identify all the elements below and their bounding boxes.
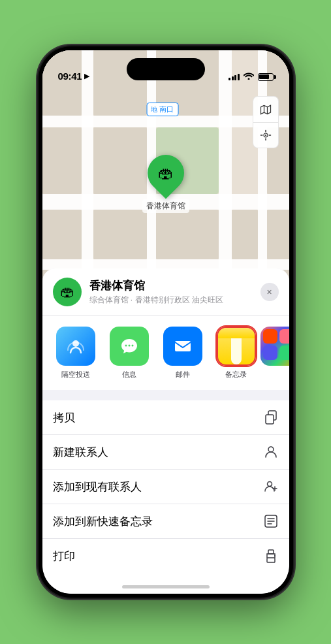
section-divider bbox=[42, 390, 289, 395]
svg-point-35 bbox=[267, 482, 272, 487]
status-time: 09:41 bbox=[58, 71, 82, 82]
action-new-contact-label: 新建联系人 bbox=[53, 445, 108, 460]
close-button[interactable]: × bbox=[260, 283, 279, 301]
add-existing-contact-icon bbox=[263, 479, 279, 494]
venue-card: 🏟 香港体育馆 综合体育馆 · 香港特别行政区 油尖旺区 × bbox=[42, 268, 289, 316]
svg-point-28 bbox=[125, 345, 127, 347]
action-new-contact[interactable]: 新建联系人 bbox=[42, 435, 289, 470]
action-copy[interactable]: 拷贝 bbox=[42, 400, 289, 435]
action-print-label: 打印 bbox=[53, 549, 75, 564]
messages-icon-wrap bbox=[110, 327, 149, 366]
svg-point-26 bbox=[264, 135, 266, 136]
svg-rect-38 bbox=[268, 550, 274, 554]
notes-label: 备忘录 bbox=[225, 370, 247, 379]
location-arrow-icon: ▶ bbox=[84, 72, 89, 80]
messages-label: 信息 bbox=[122, 370, 136, 379]
bottom-sheet: 🏟 香港体育馆 综合体育馆 · 香港特别行政区 油尖旺区 × bbox=[42, 268, 289, 594]
venue-name: 香港体育馆 bbox=[89, 278, 253, 293]
map-type-button[interactable] bbox=[253, 96, 279, 122]
svg-point-30 bbox=[131, 345, 133, 347]
action-print[interactable]: 打印 bbox=[42, 539, 289, 573]
stadium-marker: 🏟 香港体育馆 bbox=[142, 155, 189, 213]
share-item-messages[interactable]: 信息 bbox=[106, 327, 152, 379]
venue-description: 综合体育馆 · 香港特别行政区 油尖旺区 bbox=[89, 295, 253, 306]
share-item-airdrop[interactable]: 隔空投送 bbox=[53, 327, 99, 379]
marker-pin: 🏟 bbox=[140, 147, 191, 199]
copy-icon bbox=[263, 410, 279, 425]
dynamic-island bbox=[127, 58, 205, 80]
svg-rect-13 bbox=[42, 127, 82, 194]
phone-frame: 09:41 ▶ bbox=[39, 46, 293, 598]
map-controls bbox=[253, 96, 279, 148]
share-actions: 隔空投送 信息 bbox=[42, 316, 289, 390]
home-indicator bbox=[122, 585, 210, 588]
action-list: 拷贝 新建联系人 添加到现有联系人 bbox=[42, 400, 289, 573]
venue-info: 香港体育馆 综合体育馆 · 香港特别行政区 油尖旺区 bbox=[89, 278, 253, 306]
airdrop-label: 隔空投送 bbox=[61, 370, 90, 379]
status-icons bbox=[229, 72, 274, 82]
action-copy-label: 拷贝 bbox=[53, 410, 75, 425]
more-icon-wrap bbox=[260, 327, 289, 366]
svg-rect-21 bbox=[267, 210, 289, 259]
battery-icon bbox=[258, 73, 274, 81]
mail-label: 邮件 bbox=[176, 370, 190, 379]
home-indicator-area bbox=[42, 573, 289, 594]
notes-icon-wrap bbox=[217, 327, 256, 366]
share-item-mail[interactable]: 邮件 bbox=[160, 327, 206, 379]
print-icon bbox=[263, 548, 279, 564]
location-button[interactable] bbox=[253, 122, 279, 148]
svg-point-39 bbox=[274, 555, 276, 556]
svg-rect-18 bbox=[93, 210, 147, 259]
map-label: 地 南口 bbox=[146, 103, 178, 116]
svg-point-34 bbox=[268, 447, 274, 452]
new-contact-icon bbox=[263, 444, 279, 460]
signal-bars-icon bbox=[229, 74, 240, 80]
svg-rect-33 bbox=[266, 415, 274, 424]
marker-label: 香港体育馆 bbox=[142, 199, 189, 213]
wifi-icon bbox=[244, 72, 254, 82]
action-add-existing[interactable]: 添加到现有联系人 bbox=[42, 470, 289, 504]
svg-rect-31 bbox=[175, 341, 191, 351]
svg-rect-20 bbox=[232, 210, 258, 259]
phone-screen: 09:41 ▶ bbox=[42, 50, 289, 594]
share-item-notes[interactable]: 备忘录 bbox=[213, 327, 259, 379]
share-item-more[interactable] bbox=[267, 327, 289, 379]
svg-rect-37 bbox=[267, 558, 275, 562]
svg-point-29 bbox=[128, 345, 130, 347]
action-add-notes[interactable]: 添加到新快速备忘录 bbox=[42, 504, 289, 539]
quick-note-icon bbox=[263, 513, 279, 529]
stadium-icon: 🏟 bbox=[158, 164, 174, 182]
mail-icon-wrap bbox=[163, 327, 202, 366]
svg-point-27 bbox=[72, 340, 79, 347]
action-add-existing-label: 添加到现有联系人 bbox=[53, 479, 142, 494]
svg-rect-19 bbox=[156, 210, 219, 259]
airdrop-icon-wrap bbox=[56, 327, 95, 366]
svg-rect-17 bbox=[42, 210, 82, 259]
svg-rect-14 bbox=[93, 127, 147, 194]
action-add-notes-label: 添加到新快速备忘录 bbox=[53, 514, 153, 529]
venue-icon: 🏟 bbox=[53, 278, 82, 306]
